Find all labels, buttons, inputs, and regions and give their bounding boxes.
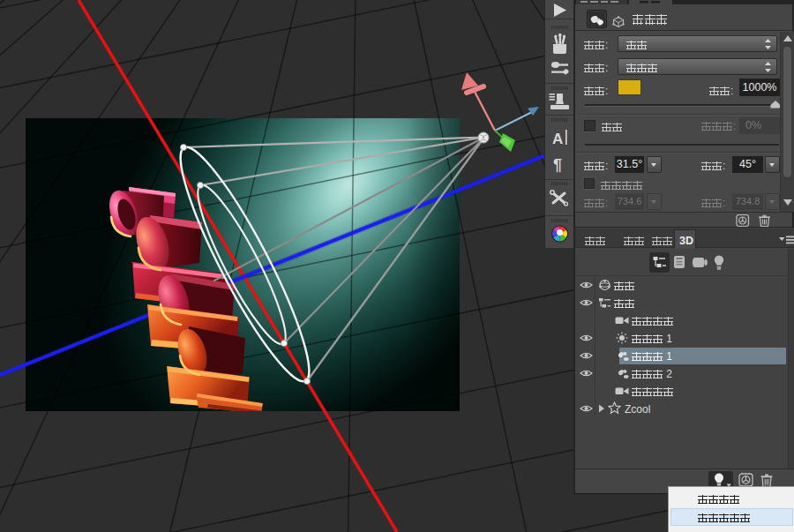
svg-text:A: A — [552, 131, 563, 147]
svg-text:¶: ¶ — [553, 156, 562, 174]
